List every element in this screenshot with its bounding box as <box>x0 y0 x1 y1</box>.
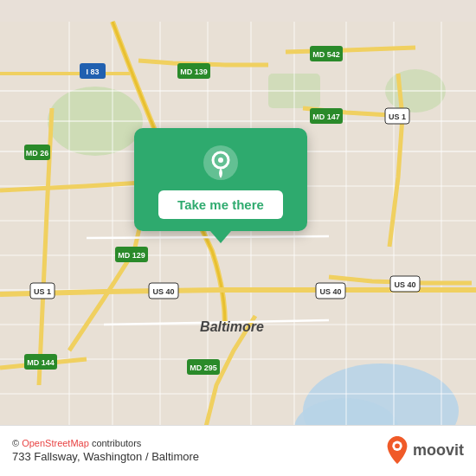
svg-text:MD 26: MD 26 <box>26 149 49 158</box>
svg-text:MD 139: MD 139 <box>180 68 208 76</box>
svg-text:US 40: US 40 <box>152 287 174 296</box>
map-container: I 83 I 83 MD 139 MD 542 MD 147 MD 26 MD … <box>0 0 476 476</box>
svg-text:MD 129: MD 129 <box>118 251 145 260</box>
popup-card: Take me there <box>134 128 307 231</box>
svg-text:MD 542: MD 542 <box>312 50 340 59</box>
osm-link[interactable]: OpenStreetMap <box>22 438 89 448</box>
svg-text:US 1: US 1 <box>34 287 51 296</box>
svg-text:US 40: US 40 <box>319 287 341 296</box>
osm-attribution: © OpenStreetMap contributors <box>12 438 199 448</box>
svg-text:MD 144: MD 144 <box>27 358 55 367</box>
svg-point-63 <box>395 443 400 448</box>
location-label: 733 Fallsway, Washington / Baltimore <box>12 450 199 463</box>
svg-text:MD 147: MD 147 <box>312 113 340 121</box>
svg-point-61 <box>218 158 223 163</box>
location-pin-icon <box>202 144 240 182</box>
svg-text:I 83: I 83 <box>86 68 99 76</box>
svg-text:Baltimore: Baltimore <box>200 319 264 334</box>
svg-text:MD 295: MD 295 <box>190 363 217 372</box>
map-svg: I 83 I 83 MD 139 MD 542 MD 147 MD 26 MD … <box>0 0 476 476</box>
moovit-logo: moovit <box>385 434 464 466</box>
attribution-prefix: © <box>12 438 22 448</box>
svg-text:US 1: US 1 <box>389 113 406 121</box>
attribution-suffix: contributors <box>89 438 142 448</box>
bottom-left: © OpenStreetMap contributors 733 Fallswa… <box>12 438 199 463</box>
svg-text:US 40: US 40 <box>394 280 415 289</box>
bottom-bar: © OpenStreetMap contributors 733 Fallswa… <box>0 425 476 476</box>
moovit-pin-icon <box>385 434 409 466</box>
moovit-brand-text: moovit <box>413 441 464 460</box>
take-me-there-button[interactable]: Take me there <box>158 190 283 219</box>
